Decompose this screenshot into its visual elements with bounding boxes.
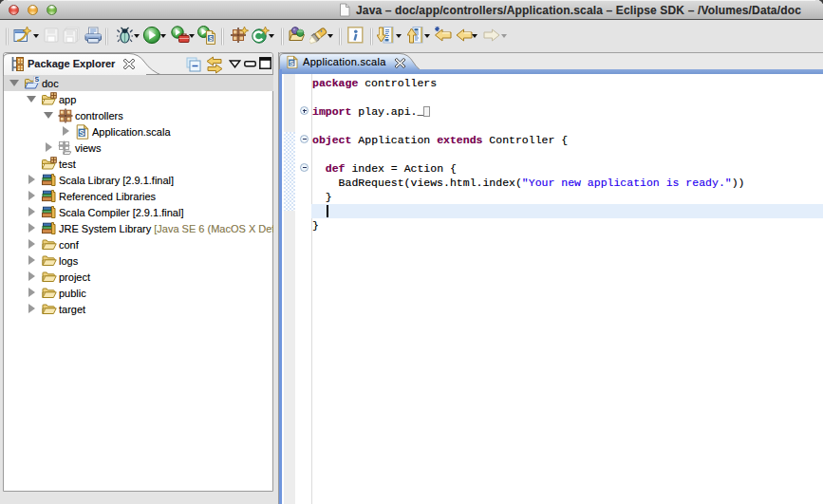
svg-text:S: S — [209, 35, 213, 43]
